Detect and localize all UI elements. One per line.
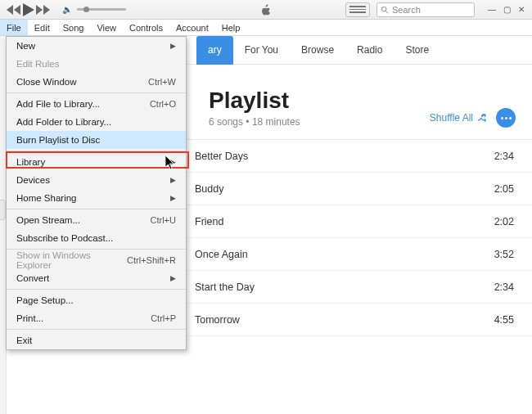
chevron-right-icon: ▶ <box>170 194 176 202</box>
song-row[interactable]: Friend2:02 <box>164 205 532 238</box>
search-input[interactable]: Search <box>376 2 475 17</box>
song-row[interactable]: Better Days2:34 <box>164 140 532 173</box>
menuitem-edit-rules: Edit Rules <box>7 55 186 73</box>
window-minimize-button[interactable]: — <box>485 3 499 16</box>
apple-logo-icon <box>259 3 273 21</box>
menuitem-subscribe-to-podcast[interactable]: Subscribe to Podcast... <box>7 229 186 247</box>
song-row[interactable]: Once Again3:52 <box>164 238 532 271</box>
song-duration: 2:02 <box>494 216 514 227</box>
menu-shortcut: Ctrl+P <box>151 313 176 323</box>
menuitem-add-file-to-library[interactable]: Add File to Library...Ctrl+O <box>7 95 186 113</box>
list-view-button[interactable] <box>345 2 370 17</box>
song-row[interactable]: Tomorrow4:55 <box>164 304 532 336</box>
menuitem-page-setup[interactable]: Page Setup... <box>7 291 186 309</box>
volume-slider[interactable] <box>77 8 126 11</box>
chevron-right-icon: ▶ <box>170 274 176 282</box>
menu-file[interactable]: File <box>0 20 28 35</box>
search-icon <box>381 6 389 14</box>
song-duration: 3:52 <box>494 249 514 260</box>
chevron-right-icon: ▶ <box>170 176 176 184</box>
song-title: Start the Day <box>195 281 255 293</box>
playlist-title: Playlist <box>209 88 300 114</box>
menubar: FileEditSongViewControlsAccountHelp <box>0 20 532 36</box>
svg-point-0 <box>381 7 386 11</box>
song-duration: 2:05 <box>494 183 514 195</box>
search-placeholder: Search <box>392 5 421 15</box>
previous-track-button[interactable] <box>7 5 21 15</box>
shuffle-all-button[interactable]: Shuffle All <box>430 112 488 124</box>
song-duration: 2:34 <box>494 281 514 293</box>
menu-controls[interactable]: Controls <box>123 20 169 35</box>
tab-library[interactable]: ary <box>196 36 233 65</box>
svg-line-1 <box>385 11 388 13</box>
song-title: Tomorrow <box>195 314 240 326</box>
menuitem-burn-playlist-to-disc[interactable]: Burn Playlist to Disc <box>7 131 186 149</box>
menuitem-close-window[interactable]: Close WindowCtrl+W <box>7 73 186 91</box>
song-duration: 2:34 <box>494 151 514 162</box>
song-title: Friend <box>195 216 223 227</box>
menuitem-convert[interactable]: Convert▶ <box>7 269 186 287</box>
song-duration: 4:55 <box>494 314 514 326</box>
menu-view[interactable]: View <box>90 20 123 35</box>
window-maximize-button[interactable]: ▢ <box>499 3 514 16</box>
tab-for-you[interactable]: For You <box>233 36 290 65</box>
menuitem-home-sharing[interactable]: Home Sharing▶ <box>7 189 186 207</box>
menu-shortcut: Ctrl+W <box>148 77 176 87</box>
play-button[interactable] <box>23 3 34 16</box>
menuitem-show-in-windows-explorer: Show in Windows ExplorerCtrl+Shift+R <box>7 251 186 269</box>
menuitem-exit[interactable]: Exit <box>7 331 186 349</box>
next-track-button[interactable] <box>36 5 51 15</box>
more-options-button[interactable] <box>496 108 516 128</box>
menu-help[interactable]: Help <box>215 20 247 35</box>
tab-browse[interactable]: Browse <box>290 36 345 65</box>
menu-song[interactable]: Song <box>56 20 91 35</box>
menuitem-add-folder-to-library[interactable]: Add Folder to Library... <box>7 113 186 131</box>
menu-account[interactable]: Account <box>169 20 215 35</box>
menuitem-new[interactable]: New▶ <box>7 37 186 55</box>
shuffle-icon <box>476 112 488 124</box>
song-title: Buddy <box>195 183 223 195</box>
song-row[interactable]: Start the Day2:34 <box>164 271 532 304</box>
menuitem-open-stream[interactable]: Open Stream...Ctrl+U <box>7 211 186 229</box>
song-title: Better Days <box>195 151 248 162</box>
menu-shortcut: Ctrl+U <box>151 215 176 225</box>
menu-shortcut: Ctrl+O <box>150 99 176 109</box>
menu-edit[interactable]: Edit <box>28 20 56 35</box>
cursor-icon <box>165 155 177 173</box>
menuitem-print[interactable]: Print...Ctrl+P <box>7 309 186 327</box>
chevron-right-icon: ▶ <box>170 42 176 50</box>
song-row[interactable]: Buddy2:05 <box>164 173 532 205</box>
tab-radio[interactable]: Radio <box>345 36 394 65</box>
playlist-subtitle: 6 songs • 18 minutes <box>209 116 300 128</box>
sidebar-toggle[interactable] <box>0 200 6 220</box>
titlebar: 🔈 Search — ▢ ✕ <box>0 0 532 20</box>
song-title: Once Again <box>195 249 248 260</box>
tab-store[interactable]: Store <box>394 36 440 65</box>
window-close-button[interactable]: ✕ <box>514 3 529 16</box>
menuitem-library[interactable]: Library▶ <box>7 153 186 171</box>
menuitem-devices[interactable]: Devices▶ <box>7 171 186 189</box>
menu-shortcut: Ctrl+Shift+R <box>127 255 176 265</box>
volume-low-icon: 🔈 <box>62 5 72 14</box>
file-menu-dropdown: New▶Edit RulesClose WindowCtrl+WAdd File… <box>6 36 187 350</box>
